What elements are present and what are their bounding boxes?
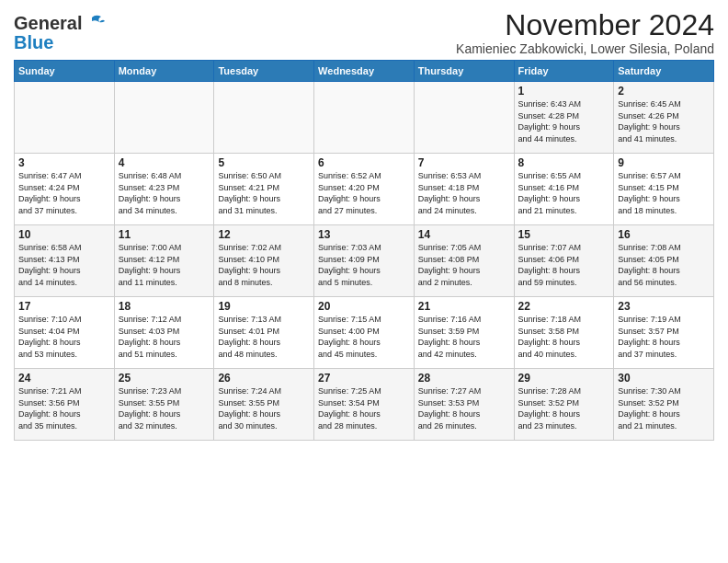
day-number: 18 bbox=[119, 300, 210, 313]
calendar-week-row: 17Sunrise: 7:10 AM Sunset: 4:04 PM Dayli… bbox=[15, 297, 714, 369]
col-saturday: Saturday bbox=[614, 61, 714, 82]
day-number: 25 bbox=[119, 372, 210, 385]
calendar-cell: 15Sunrise: 7:07 AM Sunset: 4:06 PM Dayli… bbox=[514, 225, 614, 297]
day-info: Sunrise: 6:45 AM Sunset: 4:26 PM Dayligh… bbox=[618, 98, 710, 144]
calendar-cell: 8Sunrise: 6:55 AM Sunset: 4:16 PM Daylig… bbox=[514, 154, 614, 225]
day-number: 27 bbox=[318, 372, 410, 385]
day-info: Sunrise: 6:52 AM Sunset: 4:20 PM Dayligh… bbox=[318, 170, 410, 216]
day-number: 12 bbox=[218, 228, 310, 241]
calendar-cell: 27Sunrise: 7:25 AM Sunset: 3:54 PM Dayli… bbox=[314, 369, 415, 441]
day-info: Sunrise: 7:19 AM Sunset: 3:57 PM Dayligh… bbox=[618, 314, 710, 360]
calendar-cell: 13Sunrise: 7:03 AM Sunset: 4:09 PM Dayli… bbox=[314, 225, 415, 297]
header-row: Sunday Monday Tuesday Wednesday Thursday… bbox=[15, 61, 714, 82]
day-number: 16 bbox=[618, 228, 710, 241]
day-info: Sunrise: 6:57 AM Sunset: 4:15 PM Dayligh… bbox=[618, 170, 710, 216]
calendar-cell: 30Sunrise: 7:30 AM Sunset: 3:52 PM Dayli… bbox=[614, 369, 714, 441]
calendar-cell: 2Sunrise: 6:45 AM Sunset: 4:26 PM Daylig… bbox=[614, 82, 714, 154]
calendar-cell: 24Sunrise: 7:21 AM Sunset: 3:56 PM Dayli… bbox=[15, 369, 115, 441]
calendar-cell bbox=[314, 82, 415, 154]
calendar-week-row: 1Sunrise: 6:43 AM Sunset: 4:28 PM Daylig… bbox=[15, 82, 714, 154]
col-friday: Friday bbox=[514, 61, 614, 82]
logo: General Blue bbox=[14, 13, 105, 53]
day-number: 21 bbox=[418, 300, 510, 313]
day-info: Sunrise: 7:21 AM Sunset: 3:56 PM Dayligh… bbox=[18, 385, 110, 431]
day-info: Sunrise: 7:13 AM Sunset: 4:01 PM Dayligh… bbox=[218, 314, 310, 360]
col-tuesday: Tuesday bbox=[214, 61, 314, 82]
day-info: Sunrise: 7:27 AM Sunset: 3:53 PM Dayligh… bbox=[418, 385, 510, 431]
col-monday: Monday bbox=[114, 61, 214, 82]
day-number: 8 bbox=[518, 156, 610, 169]
page-container: General Blue November 2024 Kamieniec Zab… bbox=[0, 0, 728, 448]
calendar-cell: 14Sunrise: 7:05 AM Sunset: 4:08 PM Dayli… bbox=[414, 225, 514, 297]
day-info: Sunrise: 7:12 AM Sunset: 4:03 PM Dayligh… bbox=[119, 314, 210, 360]
calendar-cell: 22Sunrise: 7:18 AM Sunset: 3:58 PM Dayli… bbox=[514, 297, 614, 369]
calendar-cell bbox=[414, 82, 514, 154]
day-number: 30 bbox=[618, 372, 710, 385]
day-number: 2 bbox=[618, 85, 710, 98]
calendar-cell: 1Sunrise: 6:43 AM Sunset: 4:28 PM Daylig… bbox=[514, 82, 614, 154]
calendar-cell: 9Sunrise: 6:57 AM Sunset: 4:15 PM Daylig… bbox=[614, 154, 714, 225]
calendar-cell: 12Sunrise: 7:02 AM Sunset: 4:10 PM Dayli… bbox=[214, 225, 314, 297]
col-thursday: Thursday bbox=[414, 61, 514, 82]
calendar-cell: 21Sunrise: 7:16 AM Sunset: 3:59 PM Dayli… bbox=[414, 297, 514, 369]
logo-general-text: General bbox=[14, 13, 82, 34]
calendar-cell: 28Sunrise: 7:27 AM Sunset: 3:53 PM Dayli… bbox=[414, 369, 514, 441]
calendar-table: Sunday Monday Tuesday Wednesday Thursday… bbox=[14, 60, 714, 441]
calendar-cell: 5Sunrise: 6:50 AM Sunset: 4:21 PM Daylig… bbox=[214, 154, 314, 225]
calendar-cell bbox=[214, 82, 314, 154]
day-info: Sunrise: 6:55 AM Sunset: 4:16 PM Dayligh… bbox=[518, 170, 610, 216]
day-info: Sunrise: 6:50 AM Sunset: 4:21 PM Dayligh… bbox=[218, 170, 310, 216]
day-number: 14 bbox=[418, 228, 510, 241]
day-number: 13 bbox=[318, 228, 410, 241]
day-number: 4 bbox=[119, 156, 210, 169]
day-number: 15 bbox=[518, 228, 610, 241]
day-number: 11 bbox=[119, 228, 210, 241]
day-info: Sunrise: 6:58 AM Sunset: 4:13 PM Dayligh… bbox=[18, 242, 110, 288]
calendar-cell: 29Sunrise: 7:28 AM Sunset: 3:52 PM Dayli… bbox=[514, 369, 614, 441]
day-info: Sunrise: 7:23 AM Sunset: 3:55 PM Dayligh… bbox=[119, 385, 210, 431]
day-number: 29 bbox=[518, 372, 610, 385]
calendar-cell: 23Sunrise: 7:19 AM Sunset: 3:57 PM Dayli… bbox=[614, 297, 714, 369]
day-info: Sunrise: 6:53 AM Sunset: 4:18 PM Dayligh… bbox=[418, 170, 510, 216]
day-info: Sunrise: 7:08 AM Sunset: 4:05 PM Dayligh… bbox=[618, 242, 710, 288]
day-info: Sunrise: 7:28 AM Sunset: 3:52 PM Dayligh… bbox=[518, 385, 610, 431]
title-area: November 2024 Kamieniec Zabkowicki, Lowe… bbox=[456, 9, 714, 56]
day-number: 7 bbox=[418, 156, 510, 169]
day-number: 26 bbox=[218, 372, 310, 385]
day-info: Sunrise: 7:24 AM Sunset: 3:55 PM Dayligh… bbox=[218, 385, 310, 431]
day-info: Sunrise: 7:30 AM Sunset: 3:52 PM Dayligh… bbox=[618, 385, 710, 431]
day-number: 20 bbox=[318, 300, 410, 313]
calendar-cell bbox=[15, 82, 115, 154]
calendar-cell: 18Sunrise: 7:12 AM Sunset: 4:03 PM Dayli… bbox=[114, 297, 214, 369]
day-number: 22 bbox=[518, 300, 610, 313]
day-number: 17 bbox=[18, 300, 110, 313]
calendar-cell: 25Sunrise: 7:23 AM Sunset: 3:55 PM Dayli… bbox=[114, 369, 214, 441]
calendar-week-row: 3Sunrise: 6:47 AM Sunset: 4:24 PM Daylig… bbox=[15, 154, 714, 225]
day-number: 6 bbox=[318, 156, 410, 169]
calendar-cell: 11Sunrise: 7:00 AM Sunset: 4:12 PM Dayli… bbox=[114, 225, 214, 297]
col-sunday: Sunday bbox=[15, 61, 115, 82]
calendar-cell: 19Sunrise: 7:13 AM Sunset: 4:01 PM Dayli… bbox=[214, 297, 314, 369]
calendar-cell: 20Sunrise: 7:15 AM Sunset: 4:00 PM Dayli… bbox=[314, 297, 415, 369]
calendar-cell: 4Sunrise: 6:48 AM Sunset: 4:23 PM Daylig… bbox=[114, 154, 214, 225]
day-number: 9 bbox=[618, 156, 710, 169]
day-info: Sunrise: 6:43 AM Sunset: 4:28 PM Dayligh… bbox=[518, 98, 610, 144]
day-info: Sunrise: 7:18 AM Sunset: 3:58 PM Dayligh… bbox=[518, 314, 610, 360]
day-info: Sunrise: 7:15 AM Sunset: 4:00 PM Dayligh… bbox=[318, 314, 410, 360]
day-info: Sunrise: 7:25 AM Sunset: 3:54 PM Dayligh… bbox=[318, 385, 410, 431]
col-wednesday: Wednesday bbox=[314, 61, 415, 82]
day-number: 23 bbox=[618, 300, 710, 313]
calendar-cell: 10Sunrise: 6:58 AM Sunset: 4:13 PM Dayli… bbox=[15, 225, 115, 297]
calendar-cell: 17Sunrise: 7:10 AM Sunset: 4:04 PM Dayli… bbox=[15, 297, 115, 369]
day-info: Sunrise: 6:47 AM Sunset: 4:24 PM Dayligh… bbox=[18, 170, 110, 216]
day-number: 28 bbox=[418, 372, 510, 385]
day-info: Sunrise: 7:05 AM Sunset: 4:08 PM Dayligh… bbox=[418, 242, 510, 288]
day-info: Sunrise: 7:03 AM Sunset: 4:09 PM Dayligh… bbox=[318, 242, 410, 288]
calendar-cell: 6Sunrise: 6:52 AM Sunset: 4:20 PM Daylig… bbox=[314, 154, 415, 225]
logo-blue-text: Blue bbox=[14, 32, 53, 52]
calendar-week-row: 10Sunrise: 6:58 AM Sunset: 4:13 PM Dayli… bbox=[15, 225, 714, 297]
day-info: Sunrise: 7:00 AM Sunset: 4:12 PM Dayligh… bbox=[119, 242, 210, 288]
day-info: Sunrise: 6:48 AM Sunset: 4:23 PM Dayligh… bbox=[119, 170, 210, 216]
day-number: 3 bbox=[18, 156, 110, 169]
day-info: Sunrise: 7:02 AM Sunset: 4:10 PM Dayligh… bbox=[218, 242, 310, 288]
